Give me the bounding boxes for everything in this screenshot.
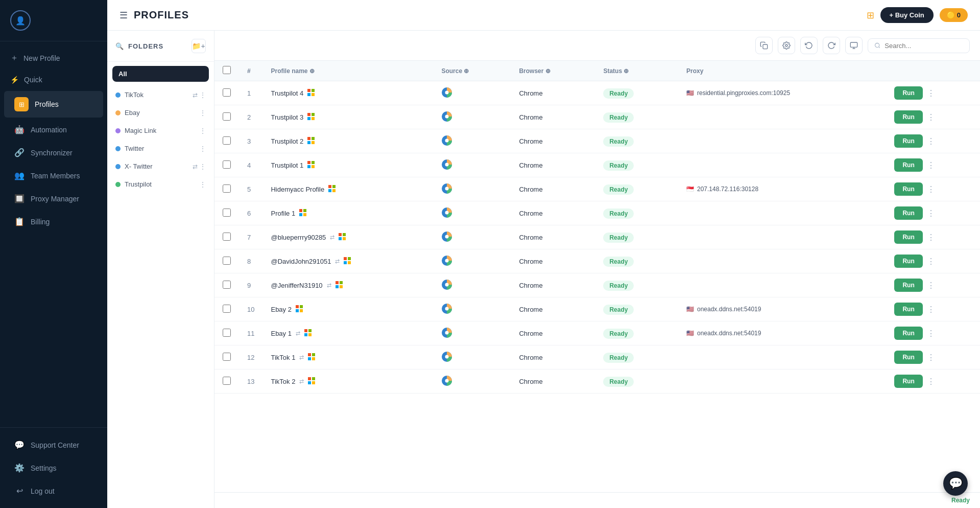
row-checkbox-cell[interactable] (214, 153, 239, 177)
row-checkbox[interactable] (223, 353, 231, 361)
row-checkbox[interactable] (223, 377, 231, 385)
row-checkbox[interactable] (223, 329, 231, 337)
more-icon-trustpilot[interactable]: ⋮ (200, 181, 206, 188)
row-checkbox-cell[interactable] (214, 249, 239, 273)
more-icon-tiktok[interactable]: ⋮ (200, 91, 206, 99)
share-icon[interactable]: ⇄ (330, 234, 334, 241)
row-checkbox-cell[interactable] (214, 129, 239, 153)
row-checkbox-cell[interactable] (214, 370, 239, 394)
more-button[interactable]: ⋮ (925, 281, 937, 290)
row-checkbox-cell[interactable] (214, 201, 239, 225)
sidebar-item-billing[interactable]: 📋 Billing (4, 211, 103, 233)
run-button[interactable]: Run (894, 279, 922, 292)
buy-coin-button[interactable]: + Buy Coin (880, 7, 934, 23)
folder-item-tiktok[interactable]: TikTok ⇄ ⋮ (107, 86, 214, 104)
row-checkbox-cell[interactable] (214, 273, 239, 297)
folder-item-xtwitter[interactable]: X- Twitter ⇄ ⋮ (107, 157, 214, 175)
sidebar-item-team-members[interactable]: 👥 Team Members (4, 165, 103, 187)
sidebar-item-settings[interactable]: ⚙️ Settings (4, 457, 103, 479)
more-icon-magiclink[interactable]: ⋮ (200, 127, 206, 134)
run-button[interactable]: Run (894, 351, 922, 364)
sidebar-item-profiles[interactable]: ⊞ Profiles (4, 91, 103, 118)
chat-bubble-button[interactable]: 💬 (943, 471, 968, 496)
more-icon-twitter[interactable]: ⋮ (200, 145, 206, 152)
share-icon[interactable]: ⇄ (296, 330, 300, 337)
new-profile-button[interactable]: ＋ New Profile (0, 47, 107, 70)
sidebar-item-logout[interactable]: ↩ Log out (4, 480, 103, 502)
folder-item-ebay[interactable]: Ebay ⋮ (107, 104, 214, 122)
more-button[interactable]: ⋮ (925, 353, 937, 362)
more-button[interactable]: ⋮ (925, 209, 937, 218)
row-checkbox[interactable] (223, 184, 231, 193)
row-checkbox-cell[interactable] (214, 177, 239, 201)
more-button[interactable]: ⋮ (925, 377, 937, 386)
more-button[interactable]: ⋮ (925, 184, 937, 194)
folders-add-button[interactable]: 📁+ (192, 39, 206, 53)
row-checkbox[interactable] (223, 209, 231, 217)
more-button[interactable]: ⋮ (925, 329, 937, 338)
share-icon[interactable]: ⇄ (327, 282, 331, 289)
run-button[interactable]: Run (894, 327, 922, 340)
folder-item-magiclink[interactable]: Magic Link ⋮ (107, 122, 214, 140)
history-toolbar-button[interactable] (800, 37, 818, 54)
run-button[interactable]: Run (894, 86, 922, 100)
folder-item-twitter[interactable]: Twitter ⋮ (107, 140, 214, 157)
row-checkbox[interactable] (223, 88, 231, 97)
share-icon[interactable]: ⇄ (299, 378, 304, 385)
more-button[interactable]: ⋮ (925, 257, 937, 266)
topbar-left: ☰ PROFILES (119, 9, 189, 21)
row-checkbox-cell[interactable] (214, 225, 239, 249)
more-button[interactable]: ⋮ (925, 305, 937, 314)
row-checkbox-cell[interactable] (214, 81, 239, 105)
share-icon-xtwitter[interactable]: ⇄ (193, 163, 198, 170)
copy-toolbar-button[interactable] (755, 37, 773, 54)
folder-item-trustpilot[interactable]: Trustpilot ⋮ (107, 175, 214, 193)
row-checkbox[interactable] (223, 136, 231, 145)
run-button[interactable]: Run (894, 206, 922, 220)
refresh-toolbar-button[interactable] (823, 37, 840, 54)
search-box[interactable] (868, 38, 970, 53)
folder-all[interactable]: All (112, 66, 209, 82)
more-button[interactable]: ⋮ (925, 160, 937, 170)
select-all-checkbox[interactable] (223, 66, 231, 74)
row-checkbox[interactable] (223, 281, 231, 289)
display-toolbar-button[interactable] (845, 37, 863, 54)
row-checkbox[interactable] (223, 112, 231, 121)
row-checkbox-cell[interactable] (214, 321, 239, 345)
row-checkbox-cell[interactable] (214, 297, 239, 321)
run-button[interactable]: Run (894, 255, 922, 268)
run-button[interactable]: Run (894, 182, 922, 196)
run-button[interactable]: Run (894, 375, 922, 388)
gear-toolbar-button[interactable] (778, 37, 795, 54)
run-button[interactable]: Run (894, 230, 922, 244)
share-icon-tiktok[interactable]: ⇄ (193, 91, 198, 99)
hamburger-icon[interactable]: ☰ (119, 10, 128, 21)
row-checkbox[interactable] (223, 160, 231, 169)
more-icon-xtwitter[interactable]: ⋮ (200, 163, 206, 170)
run-button[interactable]: Run (894, 110, 922, 124)
run-button[interactable]: Run (894, 134, 922, 148)
select-all-header[interactable] (214, 61, 239, 81)
search-input[interactable] (885, 42, 963, 50)
sidebar-item-synchronizer[interactable]: 🔗 Synchronizer (4, 142, 103, 164)
row-checkbox[interactable] (223, 257, 231, 265)
more-button[interactable]: ⋮ (925, 233, 937, 242)
run-button[interactable]: Run (894, 303, 922, 316)
run-button[interactable]: Run (894, 158, 922, 172)
avatar[interactable]: 👤 (10, 10, 31, 31)
more-icon-ebay[interactable]: ⋮ (200, 109, 206, 117)
sidebar-item-support[interactable]: 💬 Support Center (4, 434, 103, 456)
quick-item[interactable]: ⚡ Quick (0, 70, 107, 90)
row-checkbox[interactable] (223, 233, 231, 241)
row-checkbox-cell[interactable] (214, 105, 239, 129)
sidebar-item-proxy-manager[interactable]: 🔲 Proxy Manager (4, 188, 103, 210)
share-icon[interactable]: ⇄ (299, 354, 304, 361)
table-row: 10 Ebay 2 Chrome Ready 🇺🇸 oneadx.ddns (214, 297, 980, 321)
more-button[interactable]: ⋮ (925, 88, 937, 98)
more-button[interactable]: ⋮ (925, 112, 937, 122)
row-checkbox[interactable] (223, 305, 231, 313)
sidebar-item-automation[interactable]: 🤖 Automation (4, 119, 103, 141)
more-button[interactable]: ⋮ (925, 136, 937, 146)
share-icon[interactable]: ⇄ (335, 258, 340, 265)
row-checkbox-cell[interactable] (214, 345, 239, 370)
